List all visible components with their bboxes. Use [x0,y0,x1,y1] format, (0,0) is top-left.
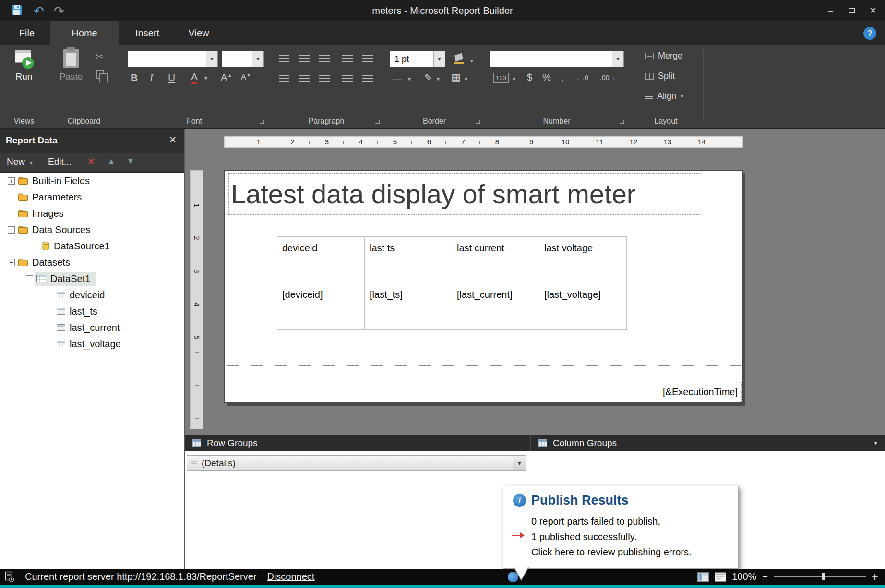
tab-insert[interactable]: Insert [119,21,176,45]
tree-item-field-last-current[interactable]: last_current [0,319,184,336]
decrease-decimal-button[interactable]: .00→ [600,74,616,82]
line-style-button[interactable]: — [393,73,402,84]
maximize-button[interactable] [844,0,860,21]
tab-view[interactable]: View [176,21,222,45]
tab-file[interactable]: File [9,21,45,45]
edit-button[interactable]: Edit... [48,156,72,167]
shrink-font-button[interactable]: A [241,73,251,82]
collapse-icon[interactable]: − [8,226,15,234]
chevron-down-icon[interactable]: ▾ [437,76,440,82]
tree-item-parameters[interactable]: Parameters [0,189,184,205]
design-view-button[interactable] [697,572,709,582]
chevron-down-icon[interactable]: ▾ [513,76,515,82]
tablix-cell[interactable]: last ts [365,237,452,283]
align-button[interactable]: Align ▾ [645,91,683,101]
tree-item-field-last-voltage[interactable]: last_voltage [0,336,184,352]
chevron-down-icon[interactable]: ▾ [30,159,33,166]
tab-home[interactable]: Home [50,21,119,45]
run-button[interactable]: Run [8,50,40,82]
zoom-slider[interactable] [774,576,866,577]
tree-item-images[interactable]: Images [0,205,184,222]
font-family-combo[interactable]: ▾ [128,51,218,67]
number-preset-button[interactable]: 123 [493,73,509,83]
tablix-header-row: deviceid last ts last current last volta… [277,237,627,283]
increase-decimal-button[interactable]: ←.0 [576,74,588,82]
tree-item-datasource1[interactable]: DataSource1 [0,238,184,254]
run-view-button[interactable] [715,572,726,582]
tablix-cell[interactable]: last voltage [539,237,627,283]
delete-button[interactable]: ✕ [87,156,95,167]
tablix-cell[interactable]: last current [452,237,539,283]
collapse-icon[interactable]: − [26,275,33,282]
paste-button[interactable]: Paste [56,49,86,82]
tree-item-field-last-ts[interactable]: last_ts [0,303,184,319]
move-down-button[interactable]: ▼ [127,157,134,165]
zoom-slider-thumb[interactable] [822,573,825,580]
expand-icon[interactable]: + [8,177,15,185]
currency-button[interactable]: $ [527,72,532,83]
tablix-cell[interactable]: deviceid [277,237,365,283]
help-icon[interactable]: ? [863,27,876,40]
execution-time-textbox[interactable]: [&ExecutionTime] [570,382,742,402]
details-group-row[interactable]: (Details) ▾ [187,455,526,471]
underline-button[interactable]: U [168,72,175,83]
new-button[interactable]: New [7,156,25,167]
split-button[interactable]: Split [645,71,675,81]
tree-item-dataset1[interactable]: − DataSet1 [0,270,184,287]
chevron-down-icon[interactable]: ▾ [252,51,263,67]
collapse-icon[interactable]: − [8,259,15,266]
number-format-combo[interactable]: ▾ [490,51,624,67]
font-size-combo[interactable]: ▾ [222,51,264,67]
chevron-down-icon[interactable]: ▾ [433,51,445,67]
font-color-button[interactable]: A [191,71,198,82]
percent-button[interactable]: % [542,72,551,83]
align-bottom-button[interactable] [316,52,333,65]
copy-icon[interactable] [96,70,104,81]
chevron-down-icon[interactable]: ▾ [612,51,623,67]
move-up-button[interactable]: ▲ [108,157,115,165]
borders-grid-button[interactable]: ▦ [451,71,461,83]
border-width-combo[interactable]: 1 pt ▾ [390,51,445,67]
align-center-button[interactable] [296,72,313,85]
tree-item-datasets[interactable]: − Datasets [0,254,184,270]
align-right-button[interactable] [316,72,333,85]
comma-button[interactable]: , [561,70,564,83]
zoom-out-button[interactable]: − [762,571,768,582]
minimize-button[interactable]: – [823,0,839,21]
grow-font-button[interactable]: A [221,72,232,83]
review-errors-link[interactable]: Click here to review publishing errors. [531,547,691,558]
details-dropdown-button[interactable]: ▾ [513,456,526,470]
disconnect-link[interactable]: Disconnect [267,571,314,582]
chevron-down-icon[interactable]: ▾ [470,58,473,64]
chevron-down-icon[interactable]: ▾ [465,76,467,82]
tablix-cell[interactable]: [deviceid] [277,283,365,330]
zoom-in-button[interactable]: + [872,570,878,584]
tablix-cell[interactable]: [last_current] [452,283,539,330]
fill-color-button[interactable] [454,53,466,66]
increase-indent-button[interactable] [359,52,376,65]
chevron-down-icon[interactable]: ▾ [408,76,411,82]
report-canvas[interactable]: Latest data display of smart meter devic… [224,170,743,403]
align-left-button[interactable] [275,72,293,85]
bullets-button[interactable] [339,72,356,85]
report-title-textbox[interactable]: Latest data display of smart meter [228,173,700,215]
merge-button[interactable]: Merge [645,51,682,61]
close-panel-icon[interactable]: ✕ [169,134,177,145]
decrease-indent-button[interactable] [339,52,356,65]
tablix-cell[interactable]: [last_ts] [365,283,452,330]
chevron-down-icon[interactable]: ▾ [206,51,217,67]
tablix-cell[interactable]: [last_voltage] [539,283,627,330]
chevron-down-icon[interactable]: ▾ [874,439,877,447]
border-color-pen-icon[interactable]: ✎ [424,72,432,83]
align-top-button[interactable] [275,52,293,65]
close-button[interactable]: ✕ [865,0,881,21]
bold-button[interactable]: B [131,72,138,83]
tree-item-data-sources[interactable]: − Data Sources [0,222,184,238]
align-middle-button[interactable] [296,52,313,65]
italic-button[interactable]: I [150,72,153,84]
tree-item-field-deviceid[interactable]: deviceid [0,287,184,303]
numbering-button[interactable] [359,72,376,85]
tree-item-built-in-fields[interactable]: + Built-in Fields [0,173,184,189]
cut-icon[interactable]: ✂ [95,51,104,62]
chevron-down-icon[interactable]: ▾ [204,75,207,82]
